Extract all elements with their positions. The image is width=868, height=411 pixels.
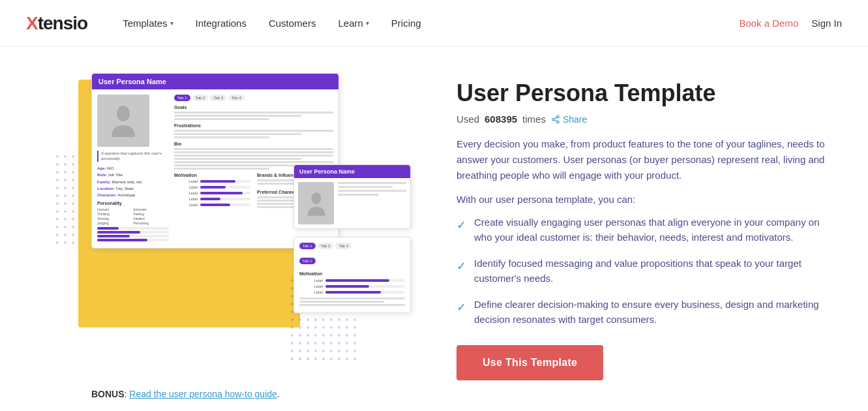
svg-point-15	[56, 194, 59, 197]
dots-svg-left	[52, 151, 91, 256]
persona-card-small: User Persona Name	[293, 164, 411, 229]
svg-point-37	[311, 192, 321, 204]
description: Every decision you make, from product fe…	[456, 136, 829, 183]
nav-pricing[interactable]: Pricing	[382, 12, 430, 34]
svg-point-87	[322, 318, 325, 321]
checklist-item-1: ✓ Create visually engaging user personas…	[456, 215, 829, 245]
checklist: ✓ Create visually engaging user personas…	[456, 215, 829, 327]
header-actions: Book a Demo Sign In	[739, 18, 842, 29]
small-card-body	[294, 178, 410, 228]
svg-point-34	[64, 241, 67, 244]
svg-point-24	[56, 218, 59, 221]
svg-line-141	[554, 117, 557, 118]
svg-point-136	[353, 358, 356, 360]
avatar-silhouette	[110, 104, 136, 137]
tab-2[interactable]: Tab 2	[192, 95, 209, 101]
card-info-character: Character: Archetype	[97, 192, 169, 198]
motiv-active-tab[interactable]: Tab 1	[299, 258, 316, 264]
bonus-link[interactable]: Read the user persona how-to guide	[129, 389, 277, 399]
svg-point-22	[64, 210, 67, 213]
page-title: User Persona Template	[456, 80, 829, 107]
chevron-down-icon: ▾	[170, 20, 173, 27]
svg-point-130	[307, 358, 309, 360]
frustrations-line-3	[174, 136, 269, 138]
check-icon-2: ✓	[456, 258, 466, 286]
svg-point-128	[291, 358, 293, 360]
svg-point-83	[291, 318, 293, 321]
share-link[interactable]: Share	[551, 114, 587, 125]
svg-point-88	[330, 318, 333, 321]
svg-point-19	[64, 202, 67, 205]
svg-point-108	[346, 334, 348, 337]
svg-point-8	[72, 171, 74, 174]
svg-point-90	[346, 318, 348, 321]
nav-integrations[interactable]: Integrations	[187, 12, 256, 34]
card-info-age: Age: N/O	[97, 166, 169, 171]
small-avatar	[298, 182, 334, 224]
svg-point-127	[353, 350, 356, 352]
svg-point-17	[72, 194, 74, 197]
card-left-col: A question that captures this user's per…	[97, 95, 169, 243]
bonus-label: BONUS	[91, 389, 125, 399]
main-content: User Persona Name A question that captur…	[0, 47, 868, 411]
use-template-button[interactable]: Use This Template	[456, 345, 603, 380]
dot-pattern-left	[52, 151, 91, 256]
nav-learn[interactable]: Learn ▾	[329, 12, 378, 34]
svg-point-115	[330, 342, 333, 344]
svg-point-112	[307, 342, 309, 344]
sign-in-link[interactable]: Sign In	[811, 18, 842, 29]
motivation-card: Tab 1 Tab 2 Tab 3 Tab 1 Motivation Label…	[293, 237, 411, 313]
small-card-content	[338, 182, 406, 198]
svg-point-18	[56, 202, 59, 205]
svg-point-84	[299, 318, 301, 321]
share-icon	[551, 115, 560, 124]
svg-point-93	[299, 326, 301, 329]
svg-point-35	[72, 241, 74, 244]
svg-point-116	[338, 342, 340, 344]
svg-point-129	[299, 358, 301, 360]
nav-templates[interactable]: Templates ▾	[113, 12, 182, 34]
bio-line-7	[174, 168, 269, 170]
svg-point-30	[56, 234, 59, 236]
logo[interactable]: Xtensio	[26, 13, 87, 34]
bio-line-1	[174, 148, 333, 150]
goals-line-3	[174, 118, 269, 120]
svg-point-111	[299, 342, 301, 344]
svg-point-123	[322, 350, 325, 352]
svg-point-132	[322, 358, 325, 360]
card-header-bar: User Persona Name	[92, 74, 338, 89]
card-quote: A question that captures this user's per…	[97, 151, 169, 162]
svg-point-1	[64, 155, 67, 158]
svg-point-6	[56, 171, 59, 174]
svg-point-104	[314, 334, 317, 337]
svg-point-28	[64, 226, 67, 228]
motiv-tab-2[interactable]: Tab 2	[318, 243, 334, 249]
main-nav: Templates ▾ Integrations Customers Learn…	[113, 12, 739, 34]
book-demo-link[interactable]: Book a Demo	[739, 18, 798, 29]
goals-line-1	[174, 112, 333, 114]
svg-point-105	[322, 334, 325, 337]
svg-point-101	[291, 334, 293, 337]
motiv-tab-1[interactable]: Tab 1	[299, 243, 316, 249]
svg-point-9	[56, 179, 59, 181]
svg-point-120	[299, 350, 301, 352]
svg-point-7	[64, 171, 67, 174]
tab-1[interactable]: Tab 1	[174, 95, 190, 101]
svg-point-100	[353, 326, 356, 329]
right-small-cards: User Persona Name	[293, 164, 411, 313]
svg-point-23	[72, 210, 74, 213]
tab-3[interactable]: Tab 3	[210, 95, 226, 101]
svg-point-25	[64, 218, 67, 221]
site-header: Xtensio Templates ▾ Integrations Custome…	[0, 0, 868, 47]
bio-line-2	[174, 151, 333, 153]
svg-point-27	[56, 226, 59, 228]
motiv-tab-3[interactable]: Tab 3	[335, 243, 352, 249]
frustrations-line-2	[174, 133, 301, 135]
nav-customers[interactable]: Customers	[260, 12, 325, 34]
tab-4[interactable]: Tab 4	[228, 95, 245, 101]
svg-point-10	[64, 179, 67, 181]
left-section: User Persona Name A question that captur…	[39, 67, 417, 406]
svg-point-26	[72, 218, 74, 221]
svg-point-106	[330, 334, 333, 337]
svg-point-32	[72, 234, 74, 236]
